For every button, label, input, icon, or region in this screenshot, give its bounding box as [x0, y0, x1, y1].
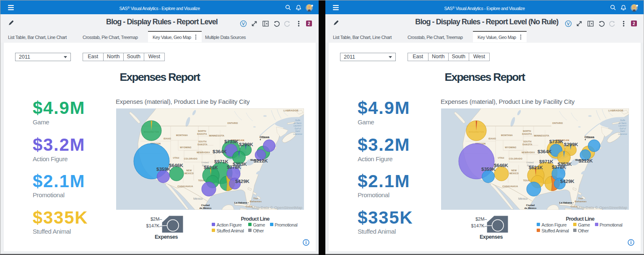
svg-text:Map Data © OpenStreetMap: Map Data © OpenStreetMap — [576, 205, 627, 210]
svg-text:Gulf of: Gulf of — [620, 127, 626, 130]
svg-text:$646K: $646K — [169, 163, 184, 168]
svg-text:WYOMING: WYOMING — [180, 146, 192, 149]
svg-text:Ottawa: Ottawa — [260, 136, 269, 139]
svg-text:Lawrence: Lawrence — [293, 133, 302, 135]
svg-text:DAKOTA: DAKOTA — [197, 133, 207, 135]
svg-text:Bahamas: Bahamas — [250, 200, 262, 203]
svg-text:La Habana •: La Habana • — [559, 201, 574, 204]
svg-text:Expenses: Expenses — [480, 234, 503, 240]
svg-text:$646K: $646K — [494, 163, 509, 168]
svg-text:$2M–: $2M– — [151, 216, 162, 222]
svg-text:SOUTH: SOUTH — [198, 140, 206, 143]
svg-text:de México: de México — [199, 207, 211, 209]
svg-text:DAKOTA: DAKOTA — [522, 133, 532, 135]
svg-text:$378K: $378K — [227, 165, 242, 170]
svg-text:Ciudad: Ciudad — [526, 204, 535, 206]
svg-text:MINNESOTA: MINNESOTA — [534, 134, 550, 137]
svg-text:Expenses: Expenses — [155, 234, 178, 240]
svg-text:IDAHO: IDAHO — [488, 137, 496, 140]
svg-text:NEW: NEW — [187, 169, 192, 172]
svg-text:Bahamas: Bahamas — [575, 200, 587, 203]
svg-text:UTAH: UTAH — [498, 157, 504, 159]
svg-text:$364K: $364K — [213, 149, 227, 154]
svg-text:La Habana •: La Habana • — [234, 201, 249, 204]
svg-text:COLORADO: COLORADO — [509, 157, 522, 160]
svg-text:$429K: $429K — [560, 179, 575, 184]
svg-text:de México: de México — [524, 207, 536, 209]
svg-text:Laurent /: Laurent / — [618, 124, 627, 127]
svg-text:SOUTH: SOUTH — [523, 140, 531, 143]
svg-text:COLORADO: COLORADO — [184, 157, 197, 160]
svg-text:Gulfe: Gulfe — [295, 119, 300, 121]
svg-text:$364K: $364K — [538, 149, 552, 154]
svg-text:DAKOTA: DAKOTA — [522, 143, 532, 146]
svg-text:$733K: $733K — [549, 139, 564, 144]
svg-text:$212K: $212K — [254, 158, 268, 163]
svg-text:$359K: $359K — [481, 167, 496, 172]
svg-text:Ottawa: Ottawa — [584, 136, 594, 139]
svg-text:Gulfe: Gulfe — [620, 119, 625, 121]
svg-text:The: The — [578, 197, 583, 200]
svg-text:CHIHUAHUA: CHIHUAHUA — [177, 185, 193, 188]
svg-text:$621K: $621K — [204, 165, 218, 170]
svg-text:Saint: Saint — [620, 130, 625, 132]
svg-text:Saint: Saint — [295, 130, 300, 132]
svg-text:NORTH: NORTH — [198, 130, 206, 132]
svg-text:MEXICO: MEXICO — [509, 172, 519, 175]
svg-text:$212K: $212K — [579, 158, 593, 163]
svg-text:CHIHUAHUA: CHIHUAHUA — [502, 185, 518, 188]
svg-text:NEBRASKA: NEBRASKA — [197, 151, 210, 154]
svg-text:NEW: NEW — [512, 169, 517, 172]
svg-text:$299K: $299K — [239, 142, 254, 147]
svg-text:NEBRASKA: NEBRASKA — [522, 151, 535, 154]
svg-text:UTAH: UTAH — [173, 157, 179, 159]
svg-text:United: United — [526, 161, 533, 164]
svg-text:$971K: $971K — [539, 159, 554, 164]
svg-text:Laurent /: Laurent / — [293, 124, 302, 127]
svg-text:México: México — [518, 197, 527, 200]
svg-text:du Saint-: du Saint- — [293, 122, 302, 124]
svg-text:$621K: $621K — [529, 165, 543, 170]
svg-text:LABRADOR: LABRADOR — [283, 109, 299, 112]
svg-text:WYOMING: WYOMING — [505, 146, 517, 149]
svg-text:MINNESOTA: MINNESOTA — [209, 134, 225, 137]
svg-text:Map Data © OpenStreetMap: Map Data © OpenStreetMap — [252, 205, 302, 210]
svg-text:MONTANA: MONTANA — [176, 134, 188, 137]
svg-text:United: United — [201, 161, 208, 164]
svg-text:$359K: $359K — [156, 167, 171, 172]
svg-text:$147K–: $147K– — [471, 223, 488, 228]
svg-text:DAKOTA: DAKOTA — [197, 143, 207, 146]
svg-text:$971K: $971K — [214, 159, 229, 164]
svg-text:The: The — [253, 197, 258, 200]
svg-text:$733K: $733K — [224, 139, 239, 144]
svg-text:MONTANA: MONTANA — [501, 134, 513, 137]
svg-text:LABRADOR: LABRADOR — [608, 109, 623, 112]
svg-text:Lawrence: Lawrence — [618, 133, 627, 135]
svg-text:ONTARIO: ONTARIO — [552, 122, 563, 124]
svg-text:$147K–: $147K– — [146, 223, 163, 228]
svg-text:Ciudad: Ciudad — [201, 204, 210, 206]
svg-text:NORTH: NORTH — [523, 130, 531, 132]
svg-text:$299K: $299K — [564, 142, 579, 147]
svg-text:México: México — [193, 197, 203, 200]
svg-text:MEXICO: MEXICO — [184, 172, 194, 175]
svg-text:$378K: $378K — [552, 165, 566, 170]
svg-text:ONTARIO: ONTARIO — [227, 122, 238, 124]
svg-text:$2M–: $2M– — [475, 216, 487, 222]
svg-text:Gulf of: Gulf of — [295, 127, 301, 130]
svg-text:du Saint-: du Saint- — [618, 122, 627, 124]
svg-text:IDAHO: IDAHO — [164, 137, 171, 140]
svg-text:$429K: $429K — [235, 179, 250, 184]
